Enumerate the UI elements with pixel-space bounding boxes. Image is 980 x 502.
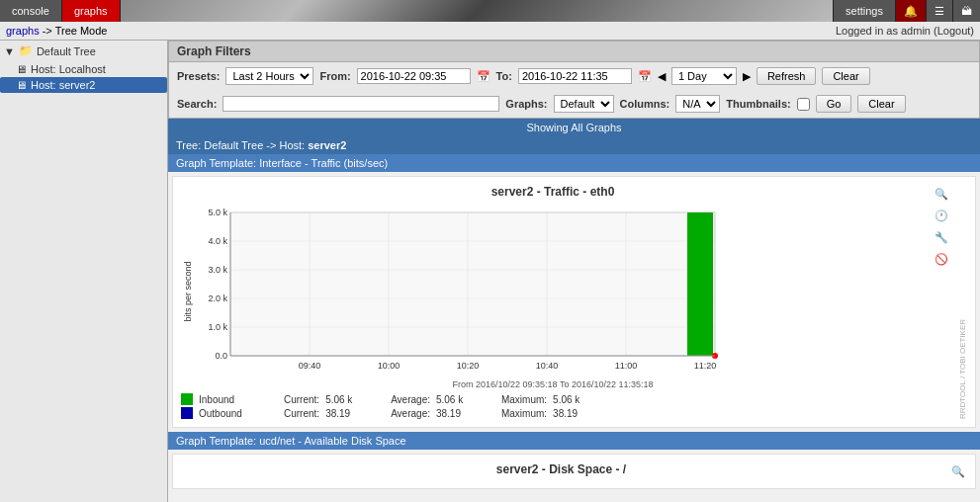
- legend-row-inbound: Inbound Current: 5.06 k Average: 5.06 k …: [181, 393, 925, 405]
- top-bar: console graphs settings 🔔 ☰ 🏔: [0, 0, 980, 22]
- graphs-tab[interactable]: graphs: [62, 0, 121, 22]
- graph1-settings-icon[interactable]: 🔧: [933, 228, 950, 246]
- legend-current-label-outbound: Current:: [284, 408, 319, 419]
- graph2-zoom-icon[interactable]: 🔍: [949, 462, 967, 480]
- legend-color-inbound: [181, 393, 193, 405]
- console-label: console: [12, 5, 49, 17]
- legend-avg-inbound: 5.06 k: [436, 394, 495, 405]
- graph-filters-title: Graph Filters: [169, 42, 979, 62]
- legend-row-outbound: Outbound Current: 38.19 Average: 38.19 M…: [181, 407, 925, 419]
- svg-text:10:20: 10:20: [457, 361, 480, 371]
- breadcrumb-separator: ->: [43, 25, 55, 37]
- svg-text:0.0: 0.0: [215, 351, 227, 361]
- clear-button[interactable]: Clear: [822, 67, 869, 85]
- host-icon-server2: 🖥: [16, 79, 27, 91]
- filter-row-1: Presets: Last 2 Hours Last 4 Hours Last …: [169, 62, 979, 90]
- sidebar-item-server2[interactable]: 🖥 Host: server2: [0, 77, 167, 93]
- tree-mode-label: Tree Mode: [55, 25, 108, 37]
- graph2-container: server2 - Disk Space - / 🔍: [172, 454, 976, 489]
- arrow-right-icon[interactable]: ▶: [743, 70, 751, 83]
- svg-rect-1: [230, 212, 715, 356]
- graph2-actions: 🔍: [949, 462, 967, 480]
- legend-max-outbound: 38.19: [553, 408, 578, 419]
- graph1-template-name: Interface - Traffic (bits/sec): [259, 157, 388, 169]
- legend-label-outbound: Outbound: [199, 408, 278, 419]
- search-input[interactable]: [223, 96, 499, 112]
- tree-name: Default Tree: [204, 139, 263, 151]
- graph1-actions: 🔍 🕐 🔧 🚫: [933, 185, 950, 419]
- presets-select[interactable]: Last 2 Hours Last 4 Hours Last Day Last …: [225, 67, 313, 85]
- arrow-left-icon[interactable]: ◀: [658, 70, 666, 83]
- calendar-from-icon[interactable]: 📅: [477, 70, 490, 83]
- svg-text:11:20: 11:20: [694, 361, 717, 371]
- svg-text:2.0 k: 2.0 k: [208, 293, 227, 303]
- thumbnails-checkbox[interactable]: [797, 98, 810, 111]
- settings-tab[interactable]: settings: [833, 0, 895, 22]
- legend-color-outbound: [181, 407, 193, 419]
- graphs-label: graphs: [74, 5, 108, 17]
- svg-text:4.0 k: 4.0 k: [208, 236, 227, 246]
- search-label: Search:: [177, 98, 217, 110]
- bell-icon[interactable]: 🔔: [895, 0, 926, 22]
- columns-label: Columns:: [620, 98, 670, 110]
- graph1-delete-icon[interactable]: 🚫: [933, 250, 950, 268]
- list-icon[interactable]: ☰: [926, 0, 952, 22]
- sidebar: ▼ 📁 Default Tree 🖥 Host: Localhost 🖥 Hos…: [0, 41, 168, 502]
- svg-text:bits per second: bits per second: [183, 261, 193, 321]
- content-area: Graph Filters Presets: Last 2 Hours Last…: [168, 41, 980, 502]
- tree-path-label: Tree:: [176, 139, 201, 151]
- legend-current-outbound: 38.19: [325, 408, 385, 419]
- tree-folder-icon: 📁: [19, 44, 33, 57]
- legend-label-inbound: Inbound: [199, 394, 278, 405]
- legend-current-label-inbound: Current:: [284, 394, 319, 405]
- tree-arrow-icon: ▼: [4, 45, 15, 57]
- breadcrumb-bar: graphs -> Tree Mode Logged in as admin (…: [0, 22, 980, 41]
- graph2-chart: server2 - Disk Space - /: [181, 462, 941, 480]
- from-label: From:: [319, 70, 350, 82]
- from-input[interactable]: [357, 68, 471, 84]
- columns-select[interactable]: N/A 1 2 3: [675, 95, 720, 113]
- graph2-template-header: Graph Template: ucd/net - Available Disk…: [168, 432, 980, 450]
- graph1-title: server2 - Traffic - eth0: [181, 185, 925, 199]
- refresh-button[interactable]: Refresh: [757, 67, 817, 85]
- legend-avg-label-outbound: Average:: [391, 408, 430, 419]
- svg-text:5.0 k: 5.0 k: [208, 208, 227, 217]
- graph1-zoom-icon[interactable]: 🔍: [933, 185, 950, 203]
- sidebar-tree-root[interactable]: ▼ 📁 Default Tree: [0, 41, 167, 61]
- legend-avg-outbound: 38.19: [436, 408, 495, 419]
- graph-filters-panel: Graph Filters Presets: Last 2 Hours Last…: [168, 41, 980, 119]
- graph1-time-icon[interactable]: 🕐: [933, 207, 950, 224]
- host-path-label: Host:: [279, 139, 305, 151]
- main-layout: ▼ 📁 Default Tree 🖥 Host: Localhost 🖥 Hos…: [0, 41, 980, 502]
- legend-max-label-outbound: Maximum:: [501, 408, 547, 419]
- host-icon-localhost: 🖥: [16, 63, 27, 75]
- image-icon[interactable]: 🏔: [952, 0, 980, 22]
- logged-in-text: Logged in as admin (Logout): [836, 25, 974, 37]
- graphs-breadcrumb-link[interactable]: graphs: [6, 25, 40, 37]
- svg-text:09:40: 09:40: [299, 361, 321, 371]
- graph1-template-label: Graph Template:: [176, 157, 256, 169]
- legend-max-inbound: 5.06 k: [553, 394, 579, 405]
- legend-avg-label-inbound: Average:: [391, 394, 430, 405]
- graph1-svg: bits per second 5.0 k 4.0 k 3.0 k 2.0 k: [181, 203, 735, 376]
- host-path-name: server2: [308, 139, 346, 151]
- graph1-side-label: RRDTOOL / TOBI OETIKER: [958, 185, 967, 419]
- graph1-template-header: Graph Template: Interface - Traffic (bit…: [168, 154, 980, 172]
- legend-current-inbound: 5.06 k: [325, 394, 385, 405]
- go-button[interactable]: Go: [816, 95, 852, 113]
- to-label: To:: [496, 70, 512, 82]
- graph2-title: server2 - Disk Space - /: [181, 462, 941, 476]
- graph1-chart: server2 - Traffic - eth0 bits per second: [181, 185, 925, 419]
- clear2-button[interactable]: Clear: [857, 95, 905, 113]
- sidebar-item-localhost[interactable]: 🖥 Host: Localhost: [0, 61, 167, 77]
- legend-max-label-inbound: Maximum:: [501, 394, 547, 405]
- svg-text:10:00: 10:00: [378, 361, 401, 371]
- console-tab[interactable]: console: [0, 0, 62, 22]
- sidebar-host-localhost-label: Host: Localhost: [31, 63, 106, 75]
- graph1-legend: Inbound Current: 5.06 k Average: 5.06 k …: [181, 393, 925, 419]
- graphs-select[interactable]: Default: [554, 95, 614, 113]
- calendar-to-icon[interactable]: 📅: [638, 70, 652, 83]
- span-select[interactable]: 1 Day 1 Week 1 Month: [671, 67, 737, 85]
- to-input[interactable]: [518, 68, 632, 84]
- graph1-container: server2 - Traffic - eth0 bits per second: [172, 176, 976, 428]
